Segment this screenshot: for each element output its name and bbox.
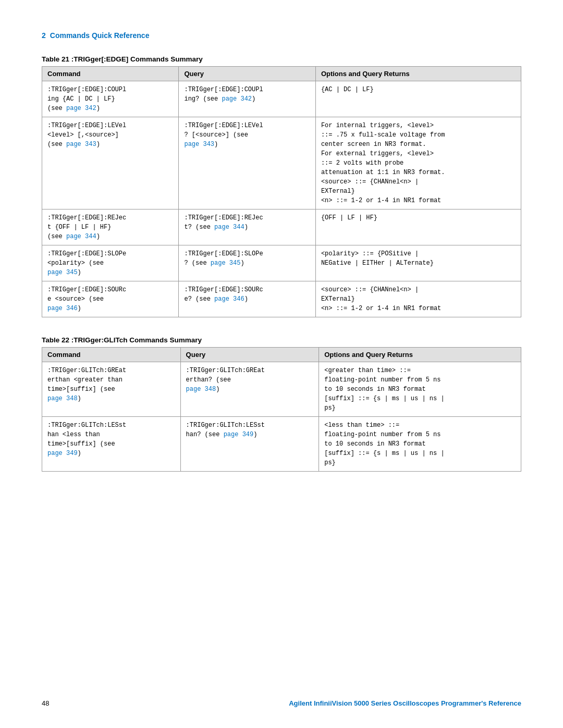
table22-num: Table 22 (42, 336, 69, 344)
page-footer: 48 Agilent InfiniiVision 5000 Series Osc… (42, 699, 521, 707)
t21-r4-query: :TRIGger[:EDGE]:SLOPe? (see page 345) (179, 245, 315, 281)
t21-r3-query: :TRIGger[:EDGE]:REJect? (see page 344) (179, 209, 315, 245)
t21-r1-query: :TRIGger[:EDGE]:COUPling? (see page 342) (179, 81, 315, 117)
t21-r3-options: {OFF | LF | HF} (315, 209, 521, 245)
t21-r4-cmd-link[interactable]: page 345 (47, 269, 78, 276)
table22-col-options: Options and Query Returns (319, 348, 521, 362)
chapter-title: Commands Quick Reference (50, 31, 150, 40)
table22-caption: Table 22 :TRIGger:GLITch Commands Summar… (42, 336, 521, 344)
table21-col-query: Query (179, 67, 315, 81)
table22-col-query: Query (180, 348, 319, 362)
t22-r2-query: :TRIGger:GLITch:LESsthan? (see page 349) (180, 417, 319, 472)
t21-r5-cmd-link[interactable]: page 346 (47, 305, 78, 312)
table-row: :TRIGger[:EDGE]:COUPling {AC | DC | LF}(… (42, 81, 521, 117)
t22-r2-qry-link[interactable]: page 349 (224, 431, 254, 438)
t21-r2-cmd-link[interactable]: page 343 (66, 141, 96, 148)
t22-r1-cmd-link[interactable]: page 348 (47, 395, 78, 402)
t22-r2-command: :TRIGger:GLITch:LESsthan <less thantime>… (42, 417, 181, 472)
table21-header-row: Command Query Options and Query Returns (42, 67, 521, 81)
t21-r5-query: :TRIGger[:EDGE]:SOURce? (see page 346) (179, 281, 315, 317)
table21-col-command: Command (42, 67, 179, 81)
table-row: :TRIGger[:EDGE]:LEVel<level> [,<source>]… (42, 117, 521, 209)
t21-r3-command: :TRIGger[:EDGE]:REJect {OFF | LF | HF}(s… (42, 209, 179, 245)
table-row: :TRIGger[:EDGE]:REJect {OFF | LF | HF}(s… (42, 209, 521, 245)
t22-r2-options: <less than time> ::=floating-point numbe… (319, 417, 521, 472)
table21-col-options: Options and Query Returns (315, 67, 521, 81)
chapter-num: 2 (42, 31, 46, 40)
t22-r1-command: :TRIGger:GLITch:GREaterthan <greater tha… (42, 362, 181, 417)
table22-header-row: Command Query Options and Query Returns (42, 348, 521, 362)
t21-r2-options: For internal triggers, <level>::= .75 x … (315, 117, 521, 209)
table22-section: Table 22 :TRIGger:GLITch Commands Summar… (42, 336, 521, 472)
t21-r4-qry-link[interactable]: page 345 (211, 260, 241, 267)
t21-r5-options: <source> ::= {CHANnel<n> |EXTernal}<n> :… (315, 281, 521, 317)
t21-r3-qry-link[interactable]: page 344 (214, 224, 244, 231)
t21-r5-command: :TRIGger[:EDGE]:SOURce <source> (seepage… (42, 281, 179, 317)
table-row: :TRIGger[:EDGE]:SOURce <source> (seepage… (42, 281, 521, 317)
t21-r2-qry-link[interactable]: page 343 (184, 141, 214, 148)
table21-section: Table 21 :TRIGger[:EDGE] Commands Summar… (42, 55, 521, 317)
t21-r1-qry-link[interactable]: page 342 (222, 95, 252, 103)
footer-title: Agilent InfiniiVision 5000 Series Oscill… (289, 699, 521, 707)
table22: Command Query Options and Query Returns … (42, 347, 521, 472)
table-row: :TRIGger[:EDGE]:SLOPe<polarity> (seepage… (42, 245, 521, 281)
table21: Command Query Options and Query Returns … (42, 66, 521, 317)
table-row: :TRIGger:GLITch:LESsthan <less thantime>… (42, 417, 521, 472)
t22-r1-options: <greater than time> ::=floating-point nu… (319, 362, 521, 417)
t21-r1-options: {AC | DC | LF} (315, 81, 521, 117)
footer-page-num: 48 (42, 699, 49, 707)
page-header: 2 Commands Quick Reference (42, 31, 521, 40)
t21-r2-command: :TRIGger[:EDGE]:LEVel<level> [,<source>]… (42, 117, 179, 209)
t22-r1-qry-link[interactable]: page 348 (186, 386, 216, 393)
t21-r3-cmd-link[interactable]: page 344 (66, 233, 96, 240)
t22-r1-query: :TRIGger:GLITch:GREaterthan? (seepage 34… (180, 362, 319, 417)
t21-r2-query: :TRIGger[:EDGE]:LEVel? [<source>] (seepa… (179, 117, 315, 209)
table21-caption: Table 21 :TRIGger[:EDGE] Commands Summar… (42, 55, 521, 63)
table22-col-command: Command (42, 348, 181, 362)
table-row: :TRIGger:GLITch:GREaterthan <greater tha… (42, 362, 521, 417)
t21-r5-qry-link[interactable]: page 346 (214, 295, 244, 303)
t21-r4-options: <polarity> ::= {POSitive |NEGative | EIT… (315, 245, 521, 281)
t21-r1-command: :TRIGger[:EDGE]:COUPling {AC | DC | LF}(… (42, 81, 179, 117)
t21-r1-cmd-link[interactable]: page 342 (66, 105, 96, 112)
t22-r2-cmd-link[interactable]: page 349 (47, 450, 78, 457)
table21-num: Table 21 (42, 55, 69, 63)
t21-r4-command: :TRIGger[:EDGE]:SLOPe<polarity> (seepage… (42, 245, 179, 281)
